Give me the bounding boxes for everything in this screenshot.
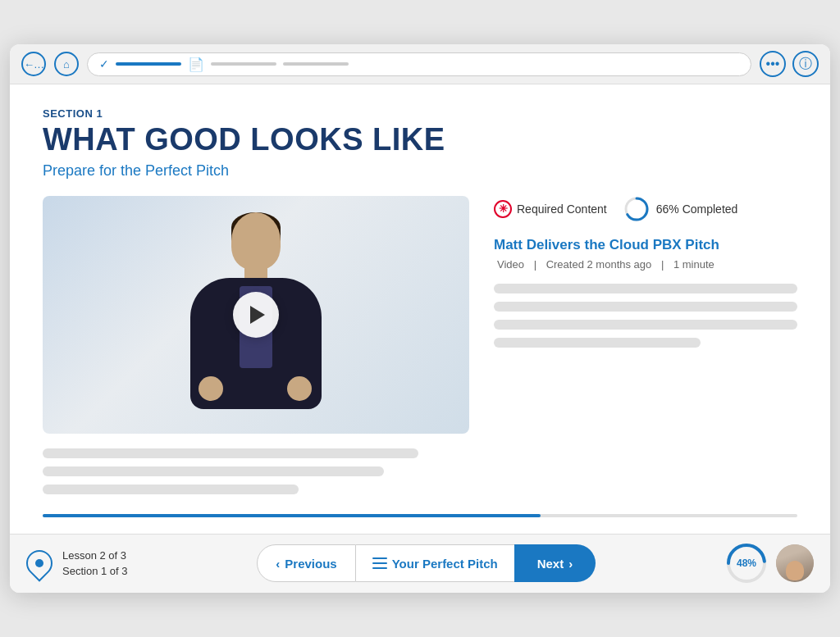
chevron-left-icon: ‹ xyxy=(276,557,280,571)
required-badge: ✳ Required Content xyxy=(494,200,607,218)
next-button[interactable]: Next › xyxy=(514,544,596,582)
right-skeleton-3 xyxy=(494,320,797,330)
meta-type: Video xyxy=(497,258,524,271)
menu-line-3 xyxy=(372,567,387,569)
menu-line-2 xyxy=(372,562,387,564)
page-title: WHAT GOOD LOOKS LIKE xyxy=(43,123,797,157)
right-skeleton-1 xyxy=(494,284,797,293)
video-skeleton xyxy=(43,448,469,494)
right-skeleton-2 xyxy=(494,302,797,312)
avatar-inner xyxy=(776,544,814,582)
right-skeleton xyxy=(494,284,797,348)
user-progress-circle: 48% xyxy=(725,542,768,585)
progress-indicator: 66% Completed xyxy=(623,196,738,222)
breadcrumb-bar2 xyxy=(283,62,349,66)
check-icon: ✓ xyxy=(99,57,109,71)
breadcrumb-progress-inactive xyxy=(211,62,276,66)
user-avatar[interactable] xyxy=(776,544,814,582)
chevron-right-icon: › xyxy=(568,557,573,571)
meta-sep1: | xyxy=(534,258,536,271)
home-icon: ⌂ xyxy=(63,58,70,71)
main-content: SECTION 1 WHAT GOOD LOOKS LIKE Prepare f… xyxy=(10,84,830,534)
play-button[interactable] xyxy=(233,292,279,338)
info-button[interactable]: ⓘ xyxy=(792,51,819,77)
section-label: SECTION 1 xyxy=(43,107,797,120)
content-area: ✳ Required Content 66% Completed xyxy=(43,196,797,494)
progress-ring xyxy=(623,196,650,222)
lesson-text: Lesson 2 of 3 Section 1 of 3 xyxy=(62,548,128,580)
lesson-info: Lesson 2 of 3 Section 1 of 3 xyxy=(26,548,128,580)
person-head xyxy=(231,212,281,270)
document-icon: 📄 xyxy=(188,57,204,72)
current-title-label: Your Perfect Pitch xyxy=(392,557,498,571)
meta-sep2: | xyxy=(661,258,664,271)
progress-label: 66% Completed xyxy=(656,202,738,216)
menu-icon xyxy=(372,557,387,569)
avatar-head xyxy=(786,561,804,580)
right-panel: ✳ Required Content 66% Completed xyxy=(494,196,797,494)
right-skeleton-4 xyxy=(494,338,701,348)
progress-bar-container xyxy=(43,514,797,517)
breadcrumb: ✓ 📄 xyxy=(87,52,751,76)
skeleton-line-2 xyxy=(43,466,384,476)
menu-line-1 xyxy=(372,557,387,559)
previous-button[interactable]: ‹ Previous xyxy=(257,544,355,582)
percent-label: 48% xyxy=(737,557,756,569)
person-hand-left xyxy=(199,376,223,401)
skeleton-line-1 xyxy=(43,448,418,458)
lesson-line-2: Section 1 of 3 xyxy=(62,563,128,580)
play-icon xyxy=(250,306,265,324)
next-label: Next xyxy=(537,557,564,571)
person-hand-right xyxy=(287,376,312,401)
location-icon xyxy=(21,545,57,582)
lesson-line-1: Lesson 2 of 3 xyxy=(62,548,128,564)
bottom-bar: Lesson 2 of 3 Section 1 of 3 ‹ Previous … xyxy=(10,534,830,593)
location-dot xyxy=(35,559,43,567)
video-container xyxy=(43,196,469,494)
stats-row: ✳ Required Content 66% Completed xyxy=(494,196,797,222)
breadcrumb-progress-active xyxy=(116,62,181,66)
content-item-meta: Video | Created 2 months ago | 1 minute xyxy=(494,258,797,271)
browser-bar: ←… ⌂ ✓ 📄 ••• ⓘ xyxy=(10,44,830,84)
current-title-button[interactable]: Your Perfect Pitch xyxy=(356,544,514,582)
home-button[interactable]: ⌂ xyxy=(54,52,79,76)
page-subtitle: Prepare for the Perfect Pitch xyxy=(43,162,797,180)
meta-date: Created 2 months ago xyxy=(546,258,652,271)
meta-duration: 1 minute xyxy=(673,258,714,271)
more-options-button[interactable]: ••• xyxy=(760,51,786,77)
required-star-icon: ✳ xyxy=(494,200,512,218)
info-icon: ⓘ xyxy=(799,56,812,73)
progress-bar-fill xyxy=(43,514,541,517)
navigation-buttons: ‹ Previous Your Perfect Pitch Next › xyxy=(257,544,596,582)
required-label: Required Content xyxy=(517,202,607,216)
skeleton-line-3 xyxy=(43,485,299,494)
user-info: 48% xyxy=(725,542,814,585)
back-button[interactable]: ←… xyxy=(21,52,46,76)
video-thumbnail[interactable] xyxy=(43,196,469,434)
app-window: ←… ⌂ ✓ 📄 ••• ⓘ SECTION 1 WHAT GOOD LOOKS… xyxy=(10,44,830,593)
browser-actions: ••• ⓘ xyxy=(760,51,819,77)
more-icon: ••• xyxy=(766,57,780,71)
content-item-title[interactable]: Matt Delivers the Cloud PBX Pitch xyxy=(494,237,797,253)
previous-label: Previous xyxy=(285,557,336,571)
